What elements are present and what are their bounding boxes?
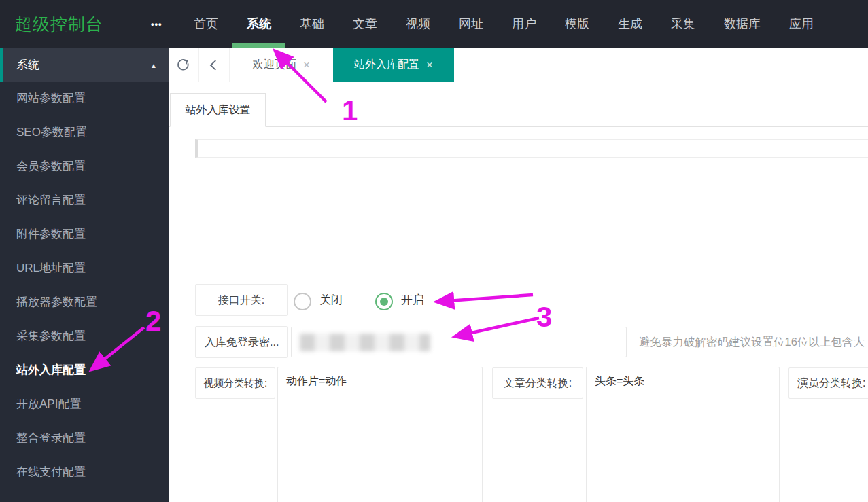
radio-on-label[interactable]: 开启 — [401, 284, 424, 316]
sidebar-item-label: SEO参数配置 — [16, 126, 87, 139]
radio-off-button[interactable] — [294, 293, 311, 310]
nav-item-label: 首页 — [194, 17, 218, 31]
sidebar-item[interactable]: 播放器参数配置 — [0, 285, 169, 319]
nav-item-label: 系统 — [247, 17, 271, 31]
sidebar-item-label: 评论留言配置 — [16, 194, 86, 207]
chevron-left-icon — [207, 58, 222, 73]
nav-item-label: 模版 — [565, 17, 589, 31]
sidebar-item[interactable]: 整合登录配置 — [0, 421, 169, 455]
nav-item[interactable]: 网址 — [445, 0, 498, 48]
article-convert-textarea[interactable]: 头条=头条 — [586, 367, 780, 502]
sidebar-item[interactable]: 站外入库配置 — [0, 353, 169, 387]
nav-item-label: 采集 — [671, 17, 695, 31]
sidebar-item[interactable]: 评论留言配置 — [0, 183, 169, 217]
sidebar-item-label: 整合登录配置 — [16, 431, 86, 444]
nav-item[interactable]: 基础 — [285, 0, 338, 48]
refresh-icon — [175, 57, 192, 73]
sidebar-group-header[interactable]: 系统 ▲ — [0, 48, 169, 82]
nav-item[interactable]: 用户 — [498, 0, 551, 48]
sidebar: 系统 ▲ 网站参数配置 SEO参数配置 会员参数配置 评论留言配置 附件参数配置… — [0, 48, 169, 502]
nav-item-label: 应用 — [789, 17, 814, 31]
nav-item-label: 视频 — [406, 17, 430, 31]
video-convert-label: 视频分类转换: — [195, 367, 275, 399]
tips-box — [195, 139, 868, 158]
password-label: 入库免登录密... — [195, 326, 288, 358]
sidebar-item[interactable]: SEO参数配置 — [0, 115, 169, 149]
nav-item[interactable]: 模版 — [551, 0, 604, 48]
sidebar-item-label: 播放器参数配置 — [16, 295, 97, 308]
sidebar-item-label: 采集参数配置 — [16, 329, 86, 342]
page-tab[interactable]: 欢迎页面 × — [230, 48, 333, 82]
radio-off-label[interactable]: 关闭 — [319, 284, 343, 316]
sidebar-item[interactable]: 在线支付配置 — [0, 455, 169, 489]
nav-item[interactable]: 生成 — [604, 0, 657, 48]
nav-item[interactable]: 视频 — [392, 0, 445, 48]
nav-item-label: 生成 — [618, 17, 642, 31]
collapse-arrow-icon: ▲ — [150, 49, 157, 82]
sidebar-item-label: 站外入库配置 — [16, 363, 86, 376]
blurred-password-value — [300, 334, 430, 351]
sidebar-item-label: URL地址配置 — [16, 262, 86, 274]
sidebar-group-label: 系统 — [16, 58, 39, 71]
page-tab-label: 站外入库配置 — [354, 58, 419, 72]
sidebar-item[interactable]: 会员参数配置 — [0, 149, 169, 183]
tab-scroll-left-button[interactable] — [199, 48, 230, 82]
page-tab[interactable]: 站外入库配置 × — [333, 48, 454, 82]
api-switch-label: 接口开关: — [195, 284, 288, 316]
menu-toggle-icon[interactable]: ••• — [151, 0, 162, 48]
page-tabbar: 欢迎页面 × 站外入库配置 × — [169, 48, 868, 82]
sidebar-item[interactable]: URL地址配置 — [0, 251, 169, 285]
nav-item[interactable]: 数据库 — [710, 0, 775, 48]
actor-convert-label: 演员分类转换: — [788, 367, 868, 399]
sidebar-item-label: 网站参数配置 — [16, 92, 86, 105]
nav-item[interactable]: 首页 — [179, 0, 232, 48]
article-convert-label: 文章分类转换: — [492, 367, 583, 399]
top-nav: 首页 系统 基础 文章 视频 网址 用户 模版 — [179, 0, 828, 48]
sidebar-item[interactable]: 网站参数配置 — [0, 82, 169, 115]
sidebar-item[interactable]: 附件参数配置 — [0, 217, 169, 251]
close-icon[interactable]: × — [303, 58, 310, 72]
nav-item[interactable]: 采集 — [657, 0, 710, 48]
nav-item[interactable]: 系统 — [232, 0, 285, 48]
sidebar-item-label: 开放API配置 — [16, 397, 81, 410]
close-icon[interactable]: × — [426, 58, 433, 72]
radio-on-button[interactable] — [375, 293, 393, 310]
nav-item[interactable]: 文章 — [338, 0, 392, 48]
nav-item-label: 网址 — [459, 17, 483, 31]
password-hint: 避免暴力破解密码建议设置位16位以上包含大 — [639, 326, 865, 358]
topbar: 超级控制台 ••• 首页 系统 基础 文章 视频 网址 用户 — [0, 0, 868, 48]
tab-offsite-storage-settings[interactable]: 站外入库设置 — [170, 93, 266, 127]
main-content: 站外入库设置 接口开关: 关闭 开启 入库免登录密... 避免暴力破解密码建议设… — [169, 82, 868, 502]
refresh-button[interactable] — [169, 48, 199, 82]
radio-dot — [380, 298, 388, 306]
video-convert-textarea[interactable]: 动作片=动作 — [277, 367, 483, 502]
nav-item-label: 文章 — [353, 17, 377, 31]
sidebar-item-label: 附件参数配置 — [16, 228, 86, 240]
nav-item-label: 用户 — [512, 17, 536, 31]
nav-item-label: 基础 — [300, 17, 324, 31]
sidebar-item-label: 会员参数配置 — [16, 160, 86, 173]
nav-item-label: 数据库 — [724, 17, 761, 31]
page-tab-label: 欢迎页面 — [253, 58, 296, 72]
sidebar-item[interactable]: 采集参数配置 — [0, 319, 169, 353]
section-tab-divider — [169, 93, 868, 127]
app-logo[interactable]: 超级控制台 — [15, 0, 103, 48]
password-input[interactable] — [291, 327, 627, 357]
sidebar-item[interactable]: 开放API配置 — [0, 387, 169, 421]
nav-item[interactable]: 应用 — [775, 0, 828, 48]
active-nav-indicator — [232, 43, 285, 48]
sidebar-item-label: 在线支付配置 — [16, 465, 86, 478]
